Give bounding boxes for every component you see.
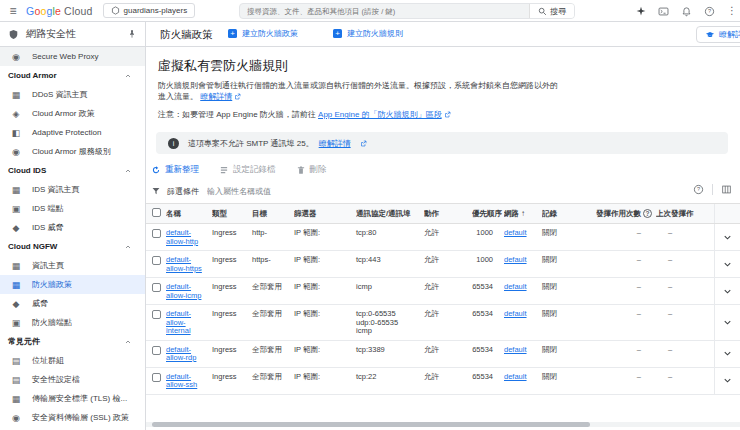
scrollbar-thumb[interactable]	[152, 422, 590, 427]
firewall-rule-link[interactable]: default-allow-rdp	[166, 346, 206, 363]
column-header-logs[interactable]: 記錄	[542, 204, 596, 224]
threat-icon: ◆	[10, 223, 22, 233]
search-button[interactable]: 搜尋	[529, 4, 574, 18]
help-circle-icon[interactable]: ?	[693, 184, 704, 195]
rule-priority: 1000	[472, 224, 504, 251]
sidebar-item-address-groups[interactable]: ▤位址群組	[0, 351, 145, 370]
column-header-hit-count[interactable]: 發揮作用次數 ?	[596, 204, 656, 224]
filter-input[interactable]	[207, 187, 660, 196]
firewall-icon: ▦	[10, 280, 22, 290]
sidebar-section-cloud-ngfw[interactable]: Cloud NGFW	[0, 237, 145, 256]
collapse-icon	[124, 72, 132, 80]
cloud-shell-icon[interactable]	[658, 6, 669, 17]
column-header-priority[interactable]: 優先順序	[472, 204, 504, 224]
sidebar-item-adaptive-protection[interactable]: ◧Adaptive Protection	[0, 123, 145, 142]
network-link[interactable]: default	[504, 228, 527, 237]
sidebar-item-tls-inspection[interactable]: ▦傳輸層安全標準 (TLS) 檢...	[0, 389, 145, 408]
columns-icon[interactable]	[721, 184, 732, 195]
sidebar-item-ids-endpoints[interactable]: ▣IDS 端點	[0, 199, 145, 218]
select-all-checkbox[interactable]	[152, 208, 161, 217]
sidebar-section-cloud-armor[interactable]: Cloud Armor	[0, 66, 145, 85]
sidebar-item-ddos-dashboard[interactable]: ▦DDoS 資訊主頁	[0, 85, 145, 104]
network-link[interactable]: default	[504, 282, 527, 291]
sidebar-item-ngfw-dashboard[interactable]: ▦資訊主頁	[0, 256, 145, 275]
column-header-protocols[interactable]: 通訊協定/通訊埠	[356, 204, 424, 224]
info-icon: i	[168, 138, 179, 149]
expand-row-icon[interactable]	[722, 286, 733, 297]
refresh-button[interactable]: 重新整理	[151, 164, 199, 176]
gemini-icon[interactable]	[636, 6, 646, 16]
search-input[interactable]	[240, 7, 529, 16]
rule-hit-count: –	[596, 224, 656, 251]
configure-logs-button[interactable]: 設定記錄檔	[219, 164, 276, 176]
rule-type: Ingress	[212, 340, 252, 367]
notifications-icon[interactable]	[681, 6, 692, 17]
rule-target: 全部套用	[252, 367, 294, 394]
search-bar[interactable]: 搜尋	[239, 3, 575, 19]
row-checkbox[interactable]	[152, 283, 161, 292]
sidebar-item-threats[interactable]: ◆威脅	[0, 294, 145, 313]
firewall-rule-link[interactable]: default-allow-http	[166, 229, 206, 246]
delete-button[interactable]: 刪除	[296, 164, 327, 176]
sidebar-item-security-profiles[interactable]: ▤安全性設定檔	[0, 370, 145, 389]
rule-target: 全部套用	[252, 305, 294, 341]
sidebar-item-ids-dashboard[interactable]: ▦IDS 資訊主頁	[0, 180, 145, 199]
rule-last-hit: –	[656, 367, 714, 394]
sidebar-section-common-components[interactable]: 常見元件	[0, 332, 145, 351]
external-link-icon	[360, 140, 367, 147]
firewall-rule-link[interactable]: default-allow-internal	[166, 310, 206, 336]
pin-icon[interactable]	[127, 29, 137, 39]
sidebar-item-firewall-policies[interactable]: ▦防火牆政策	[0, 275, 145, 294]
project-icon	[111, 6, 120, 15]
network-link[interactable]: default	[504, 255, 527, 264]
expand-row-icon[interactable]	[722, 259, 733, 270]
search-icon	[538, 7, 547, 16]
column-header-action[interactable]: 動作	[424, 204, 472, 224]
horizontal-scrollbar[interactable]	[146, 422, 740, 427]
network-link[interactable]: default	[504, 345, 527, 354]
row-checkbox[interactable]	[152, 346, 161, 355]
sidebar-item-ssl-policies[interactable]: ◉安全資料傳輸層 (SSL) 政策	[0, 408, 145, 427]
sidebar-section-cloud-ids[interactable]: Cloud IDS	[0, 161, 145, 180]
expand-row-icon[interactable]	[722, 348, 733, 359]
column-header-filter[interactable]: 篩選器	[294, 204, 356, 224]
row-checkbox[interactable]	[152, 256, 161, 265]
row-checkbox[interactable]	[152, 229, 161, 238]
network-link[interactable]: default	[504, 372, 527, 381]
sidebar-item-secure-web-proxy[interactable]: ◉ Secure Web Proxy	[0, 47, 145, 66]
section-heading: 虛擬私有雲防火牆規則	[158, 57, 740, 75]
help-icon[interactable]: ?	[704, 6, 715, 17]
firewall-rule-link[interactable]: default-allow-ssh	[166, 373, 206, 390]
expand-row-icon[interactable]	[722, 232, 733, 243]
column-header-name[interactable]: 名稱	[166, 204, 212, 224]
create-firewall-rule-button[interactable]: + 建立防火牆規則	[333, 28, 403, 39]
rule-protocols: icmp	[356, 278, 424, 305]
expand-row-icon[interactable]	[722, 375, 733, 386]
learn-more-button[interactable]: 瞭解詳情	[696, 26, 740, 43]
column-header-network[interactable]: 網路 ↑	[504, 204, 542, 224]
column-help-icon[interactable]: ?	[643, 209, 652, 218]
row-checkbox[interactable]	[152, 373, 161, 382]
column-header-last-hit[interactable]: 上次發揮作	[656, 204, 714, 224]
column-header-target[interactable]: 目標	[252, 204, 294, 224]
sidebar-item-ids-threats[interactable]: ◆IDS 威脅	[0, 218, 145, 237]
firewall-rule-link[interactable]: default-allow-https	[166, 256, 206, 273]
create-firewall-policy-button[interactable]: + 建立防火牆政策	[228, 28, 298, 39]
more-icon[interactable]: ⋮	[727, 6, 737, 16]
smtp-info-banner: i 這項專案不允許 SMTP 通訊埠 25。 瞭解詳情	[156, 132, 728, 154]
firewall-rule-link[interactable]: default-allow-icmp	[166, 283, 206, 300]
firewall-rules-table: 名稱 類型 目標 篩選器 通訊協定/通訊埠 動作 優先順序 網路 ↑ 記錄 發揮…	[146, 203, 740, 395]
project-selector[interactable]: guardians-players	[103, 3, 196, 18]
column-header-type[interactable]: 類型	[212, 204, 252, 224]
menu-icon[interactable]: ≡	[0, 4, 26, 18]
network-link[interactable]: default	[504, 309, 527, 318]
rule-filter: IP 範圍:	[294, 305, 356, 341]
learn-more-link[interactable]: 瞭解詳情	[200, 92, 232, 101]
sidebar-item-firewall-endpoints[interactable]: ▣防火牆端點	[0, 313, 145, 332]
app-engine-firewall-link[interactable]: App Engine 的「防火牆規則」區段	[318, 110, 442, 119]
sidebar-item-cloud-armor-tiers[interactable]: ◉Cloud Armor 服務級別	[0, 142, 145, 161]
banner-learn-more-link[interactable]: 瞭解詳情	[319, 138, 351, 149]
sidebar-item-cloud-armor-policies[interactable]: ◈Cloud Armor 政策	[0, 104, 145, 123]
row-checkbox[interactable]	[152, 310, 161, 319]
expand-row-icon[interactable]	[722, 317, 733, 328]
